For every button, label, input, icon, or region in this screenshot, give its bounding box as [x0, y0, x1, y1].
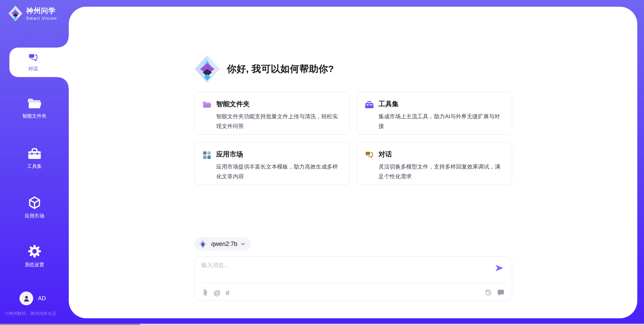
sidebar-item-smart-folder[interactable]: 智能文件夹: [0, 98, 69, 119]
sidebar: 神州问学 Smart Vision 对话 智能文件夹 工具集 应用市场 系统设置…: [0, 0, 69, 325]
topic-button[interactable]: #: [226, 289, 230, 296]
model-selector[interactable]: qwen2:7b: [194, 237, 251, 251]
sidebar-item-label: 对话: [28, 66, 38, 72]
brand-title: 神州问学: [26, 6, 57, 15]
sidebar-item-label: 应用市场: [25, 213, 44, 219]
folder-icon: [27, 98, 42, 110]
brand-subtitle: Smart Vision: [26, 16, 57, 21]
history-button[interactable]: [485, 289, 492, 296]
card-description: 集成市场上主流工具，助力AI与外界无缝扩展与对接: [379, 112, 502, 131]
folder-icon: [202, 100, 212, 110]
user-icon: [22, 295, 31, 303]
mention-icon: @: [214, 289, 221, 296]
grid-icon: [202, 150, 212, 160]
copyright-footer: ©神州数码 · 神州问学出品: [5, 311, 56, 317]
greeting-block: 你好, 我可以如何帮助你?: [194, 54, 512, 84]
user-account[interactable]: AD: [19, 291, 46, 305]
send-icon: [495, 263, 504, 273]
message-input[interactable]: [201, 261, 480, 281]
card-chat[interactable]: 对话 灵活切换多模型文件，支持多样回复效果调试，满足个性化需求: [357, 142, 512, 185]
card-smart-folder[interactable]: 智能文件夹 智能文件夹功能支持批量文件上传与清洗，轻松实现文件问答: [194, 92, 350, 135]
quick-phrase-button[interactable]: [497, 289, 504, 296]
quick-phrase-icon: [497, 289, 504, 296]
avatar: [19, 291, 33, 305]
composer-toolbar: @ #: [202, 287, 504, 298]
diamond-logo: [199, 239, 207, 249]
main-panel: 你好, 我可以如何帮助你? 智能文件夹 智能文件夹功能支持批量文件上传与清洗，轻…: [69, 7, 637, 318]
card-title: 应用市场: [216, 150, 340, 159]
sidebar-item-settings[interactable]: 系统设置: [0, 244, 69, 268]
card-title: 智能文件夹: [216, 100, 340, 109]
chat-icon: [365, 150, 374, 160]
active-tab-fillet-top: [58, 37, 69, 48]
sidebar-item-chat[interactable]: 对话: [9, 48, 69, 77]
card-description: 灵活切换多模型文件，支持多样回复效果调试，满足个性化需求: [379, 162, 502, 181]
model-name: qwen2:7b: [211, 241, 237, 248]
card-title: 对话: [379, 150, 502, 159]
sidebar-item-label: 系统设置: [25, 262, 44, 268]
cube-icon: [28, 196, 42, 210]
attachment-button[interactable]: [202, 289, 209, 296]
sidebar-item-app-market[interactable]: 应用市场: [0, 196, 69, 219]
message-composer: @ #: [194, 256, 512, 301]
toolbox-icon: [28, 147, 42, 160]
composer-divider: [201, 283, 506, 283]
scrollbar-thumb[interactable]: [0, 324, 140, 325]
brand: 神州问学 Smart Vision: [8, 5, 57, 21]
brand-diamond-logo: [8, 5, 23, 21]
send-button[interactable]: [494, 263, 504, 273]
horizontal-scrollbar: [0, 324, 644, 325]
gear-icon: [27, 244, 42, 259]
sidebar-item-toolset[interactable]: 工具集: [0, 147, 69, 170]
feature-cards: 智能文件夹 智能文件夹功能支持批量文件上传与清洗，轻松实现文件问答 工具集 集成…: [194, 92, 512, 185]
topic-icon: #: [226, 289, 230, 296]
card-app-market[interactable]: 应用市场 应用市场提供丰富长文本模板，助力高效生成多样化文章内容: [194, 142, 350, 185]
card-description: 智能文件夹功能支持批量文件上传与清洗，轻松实现文件问答: [216, 112, 340, 131]
toolbox-icon: [365, 100, 374, 110]
card-title: 工具集: [379, 100, 502, 109]
card-toolset[interactable]: 工具集 集成市场上主流工具，助力AI与外界无缝扩展与对接: [357, 92, 512, 135]
history-icon: [485, 289, 492, 296]
mention-button[interactable]: @: [214, 289, 221, 296]
sidebar-item-label: 工具集: [27, 163, 42, 170]
greeting-diamond-logo: [194, 54, 220, 84]
card-description: 应用市场提供丰富长文本模板，助力高效生成多样化文章内容: [216, 162, 340, 181]
chat-icon: [28, 53, 39, 63]
user-name: AD: [38, 295, 46, 302]
greeting-text: 你好, 我可以如何帮助你?: [227, 63, 334, 75]
sidebar-item-label: 智能文件夹: [22, 113, 47, 119]
chevron-down-icon: [240, 242, 246, 247]
active-tab-fillet-bottom: [58, 77, 69, 88]
attachment-icon: [202, 289, 209, 296]
